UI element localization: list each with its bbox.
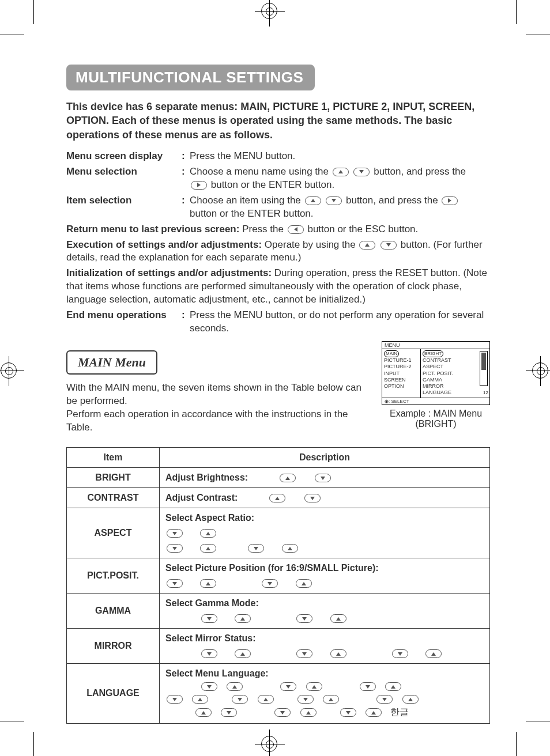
crop-mark (33, 732, 34, 756)
table-header-row: Item Description (67, 447, 490, 467)
def-label: Menu screen display (66, 150, 182, 163)
down-button-icon (167, 695, 183, 704)
down-button-icon (274, 708, 291, 717)
up-button-icon (282, 544, 298, 553)
item-cell: ASPECT (67, 508, 160, 558)
down-button-icon (262, 579, 278, 588)
down-button-icon (315, 474, 331, 482)
osd-item: CONTRAST (423, 357, 488, 364)
down-button-icon (167, 529, 183, 538)
language-korean: 한글 (390, 707, 409, 717)
up-button-icon (200, 544, 216, 553)
osd-right-col: BRIGHT CONTRAST ASPECT PICT. POSIT. GAMM… (421, 349, 489, 398)
crop-mark (526, 35, 550, 35)
desc-text: Select Picture Position (for 16:9/SMALL … (165, 563, 379, 573)
osd-example: MENU MAIN PICTURE-1 PICTURE-2 INPUT SCRE… (382, 341, 490, 429)
text: : SELECT (389, 399, 409, 404)
manual-page: MULTIFUNCTIONAL SETTINGS This device has… (0, 0, 550, 756)
colon: : (182, 194, 190, 221)
up-button-icon (280, 474, 296, 482)
text: (BRIGHT) (415, 419, 456, 429)
page-title: MULTIFUNCTIONAL SETTINGS (66, 65, 315, 90)
up-button-icon (200, 529, 216, 538)
definitions: Menu screen display : Press the MENU but… (66, 150, 490, 335)
up-button-icon (402, 695, 419, 704)
def-body: Press the MENU button. (190, 150, 490, 163)
osd-footer: ◉: SELECT (382, 398, 489, 405)
up-button-icon (235, 614, 251, 623)
up-button-icon (192, 695, 208, 704)
table-row: MIRROR Select Mirror Status: (67, 628, 490, 663)
osd-item: PICT. POSIT. (423, 371, 488, 377)
table-row: BRIGHT Adjust Brightness: (67, 467, 490, 487)
colon: : (182, 309, 190, 335)
text: button or the ENTER button. (190, 208, 314, 219)
registration-mark-icon (526, 356, 550, 386)
desc-cell: Select Menu Language: (160, 663, 490, 723)
text: With the MAIN menu, the seven items show… (66, 382, 361, 406)
up-button-icon (359, 241, 375, 250)
def-body: Choose an item using the button, and pre… (190, 194, 490, 221)
item-cell: CONTRAST (67, 487, 160, 508)
down-button-icon (221, 708, 237, 717)
osd-item: PICTURE-1 (384, 357, 419, 364)
crop-mark (0, 35, 24, 35)
text: Choose an item using the (190, 195, 304, 206)
up-button-icon (258, 695, 274, 704)
desc-text: Select Menu Language: (165, 668, 269, 678)
table-row: LANGUAGE Select Menu Language: (67, 663, 490, 723)
crop-mark (516, 732, 517, 756)
osd-item: ASPECT (423, 364, 488, 370)
right-button-icon (442, 196, 458, 205)
text: Press the (242, 224, 287, 235)
down-button-icon (201, 649, 217, 658)
item-cell: MIRROR (67, 628, 160, 663)
item-cell: PICT.POSIT. (67, 558, 160, 593)
item-cell: BRIGHT (67, 467, 160, 487)
up-button-icon (235, 649, 251, 658)
up-button-icon (366, 708, 382, 717)
up-button-icon (269, 494, 285, 502)
up-button-icon (385, 682, 401, 691)
down-button-icon (201, 614, 217, 623)
def-label: Menu selection (66, 165, 182, 192)
text: Example : MAIN Menu (390, 409, 482, 418)
up-button-icon (227, 682, 243, 691)
section-text: With the MAIN menu, the seven items show… (66, 381, 370, 434)
desc-text: Select Mirror Status: (165, 633, 255, 643)
up-button-icon (330, 614, 346, 623)
table-row: GAMMA Select Gamma Mode: (67, 593, 490, 628)
text: button, and press the (346, 195, 440, 206)
def-label: Item selection (66, 194, 182, 221)
def-body: Press the MENU button, or do not perform… (190, 309, 490, 335)
colon: : (182, 150, 190, 163)
osd-item: OPTION (384, 383, 419, 390)
up-button-icon (323, 695, 339, 704)
table-row: ASPECT Select Aspect Ratio: (67, 508, 490, 558)
item-cell: GAMMA (67, 593, 160, 628)
def-exec: Execution of settings and/or adjustments… (66, 239, 490, 265)
registration-mark-icon (255, 729, 285, 756)
down-button-icon (340, 708, 356, 717)
section-heading: MAIN Menu (66, 350, 157, 375)
osd-item: MAIN (384, 350, 399, 357)
section-row: MAIN Menu With the MAIN menu, the seven … (66, 338, 490, 434)
up-button-icon (305, 196, 321, 205)
down-button-icon (381, 241, 397, 250)
osd-title: MENU (382, 342, 489, 349)
down-button-icon (296, 614, 312, 623)
right-button-icon (191, 181, 207, 190)
desc-cell: Select Picture Position (for 16:9/SMALL … (160, 558, 490, 593)
osd-item: PICTURE-2 (384, 364, 419, 370)
osd-item: BRIGHT (423, 350, 443, 357)
text: button, and press the (374, 166, 466, 177)
down-button-icon (353, 168, 370, 176)
text: Operate by using the (265, 239, 359, 250)
osd-item: INPUT (384, 371, 419, 377)
up-button-icon (425, 649, 442, 658)
up-button-icon (300, 708, 317, 717)
osd-value: 12 (483, 390, 488, 396)
registration-mark-icon (0, 356, 24, 386)
down-button-icon (392, 649, 408, 658)
main-menu-table: Item Description BRIGHT Adjust Brightnes… (66, 447, 490, 724)
